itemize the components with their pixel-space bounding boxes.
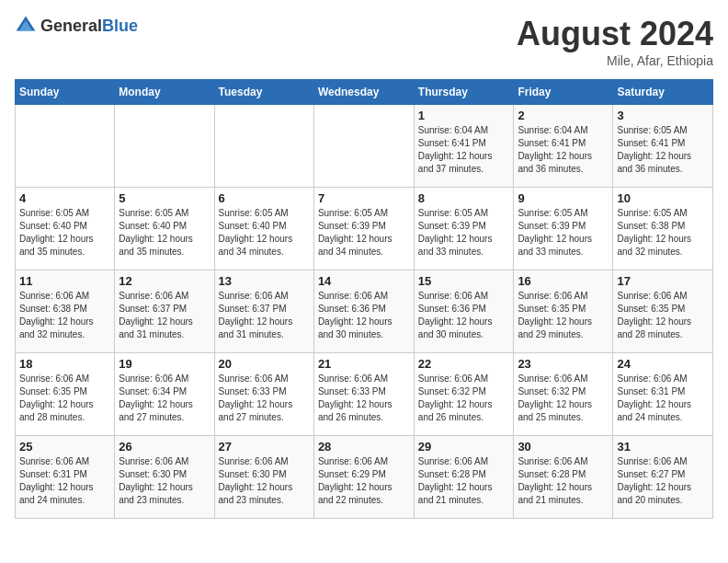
day-info: Sunrise: 6:06 AM Sunset: 6:31 PM Dayligh…: [617, 373, 709, 424]
calendar-cell: 12Sunrise: 6:06 AM Sunset: 6:37 PM Dayli…: [115, 270, 214, 353]
calendar-cell: 28Sunrise: 6:06 AM Sunset: 6:29 PM Dayli…: [313, 436, 414, 519]
day-number: 18: [19, 357, 110, 371]
logo-text-general: General: [40, 17, 102, 35]
calendar-title: August 2024: [517, 15, 713, 53]
calendar-cell: 31Sunrise: 6:06 AM Sunset: 6:27 PM Dayli…: [613, 436, 713, 519]
day-number: 26: [119, 440, 210, 454]
calendar-cell: 8Sunrise: 6:05 AM Sunset: 6:39 PM Daylig…: [414, 188, 514, 270]
day-info: Sunrise: 6:05 AM Sunset: 6:39 PM Dayligh…: [518, 207, 609, 259]
day-number: 17: [617, 274, 709, 288]
calendar-cell: 24Sunrise: 6:06 AM Sunset: 6:31 PM Dayli…: [613, 353, 713, 436]
calendar-week-row: 4Sunrise: 6:05 AM Sunset: 6:40 PM Daylig…: [16, 188, 713, 270]
calendar-cell: 27Sunrise: 6:06 AM Sunset: 6:30 PM Dayli…: [214, 436, 313, 519]
calendar-cell: 9Sunrise: 6:05 AM Sunset: 6:39 PM Daylig…: [514, 188, 613, 270]
day-info: Sunrise: 6:06 AM Sunset: 6:31 PM Dayligh…: [19, 455, 110, 507]
day-number: 11: [19, 274, 110, 288]
day-info: Sunrise: 6:06 AM Sunset: 6:34 PM Dayligh…: [119, 373, 210, 424]
calendar-week-row: 18Sunrise: 6:06 AM Sunset: 6:35 PM Dayli…: [16, 353, 713, 436]
calendar-week-row: 1Sunrise: 6:04 AM Sunset: 6:41 PM Daylig…: [16, 105, 713, 188]
calendar-cell: 25Sunrise: 6:06 AM Sunset: 6:31 PM Dayli…: [16, 436, 115, 519]
day-info: Sunrise: 6:06 AM Sunset: 6:36 PM Dayligh…: [318, 290, 410, 341]
calendar-table: SundayMondayTuesdayWednesdayThursdayFrid…: [15, 79, 713, 519]
calendar-cell: 11Sunrise: 6:06 AM Sunset: 6:38 PM Dayli…: [16, 270, 115, 353]
day-info: Sunrise: 6:06 AM Sunset: 6:33 PM Dayligh…: [318, 373, 410, 424]
calendar-cell: 22Sunrise: 6:06 AM Sunset: 6:32 PM Dayli…: [414, 353, 514, 436]
calendar-cell: 10Sunrise: 6:05 AM Sunset: 6:38 PM Dayli…: [613, 188, 713, 270]
day-info: Sunrise: 6:06 AM Sunset: 6:32 PM Dayligh…: [518, 373, 609, 424]
calendar-cell: 20Sunrise: 6:06 AM Sunset: 6:33 PM Dayli…: [214, 353, 313, 436]
day-number: 16: [518, 274, 609, 288]
calendar-cell: 1Sunrise: 6:04 AM Sunset: 6:41 PM Daylig…: [414, 105, 514, 188]
day-number: 4: [19, 191, 110, 205]
day-info: Sunrise: 6:05 AM Sunset: 6:41 PM Dayligh…: [617, 124, 709, 176]
day-info: Sunrise: 6:06 AM Sunset: 6:28 PM Dayligh…: [518, 455, 609, 507]
day-info: Sunrise: 6:06 AM Sunset: 6:32 PM Dayligh…: [418, 373, 510, 424]
day-number: 3: [617, 109, 709, 122]
day-info: Sunrise: 6:06 AM Sunset: 6:35 PM Dayligh…: [518, 290, 609, 341]
calendar-cell: 14Sunrise: 6:06 AM Sunset: 6:36 PM Dayli…: [313, 270, 414, 353]
day-info: Sunrise: 6:06 AM Sunset: 6:30 PM Dayligh…: [219, 455, 310, 507]
day-number: 21: [318, 357, 410, 371]
weekday-header-tuesday: Tuesday: [214, 80, 313, 105]
calendar-cell: 30Sunrise: 6:06 AM Sunset: 6:28 PM Dayli…: [514, 436, 613, 519]
day-number: 31: [617, 440, 709, 454]
day-number: 9: [518, 191, 609, 205]
weekday-header-row: SundayMondayTuesdayWednesdayThursdayFrid…: [16, 80, 713, 105]
day-info: Sunrise: 6:06 AM Sunset: 6:35 PM Dayligh…: [617, 290, 709, 341]
calendar-cell: 15Sunrise: 6:06 AM Sunset: 6:36 PM Dayli…: [414, 270, 514, 353]
day-info: Sunrise: 6:06 AM Sunset: 6:33 PM Dayligh…: [219, 373, 310, 424]
calendar-cell: 13Sunrise: 6:06 AM Sunset: 6:37 PM Dayli…: [214, 270, 313, 353]
day-number: 7: [318, 191, 410, 205]
page-header: GeneralBlue August 2024 Mile, Afar, Ethi…: [15, 15, 713, 68]
calendar-cell: 18Sunrise: 6:06 AM Sunset: 6:35 PM Dayli…: [16, 353, 115, 436]
day-info: Sunrise: 6:06 AM Sunset: 6:38 PM Dayligh…: [19, 290, 110, 341]
weekday-header-monday: Monday: [115, 80, 214, 105]
day-number: 19: [119, 357, 210, 371]
day-info: Sunrise: 6:06 AM Sunset: 6:37 PM Dayligh…: [119, 290, 210, 341]
day-info: Sunrise: 6:05 AM Sunset: 6:38 PM Dayligh…: [617, 207, 709, 259]
day-number: 2: [518, 109, 609, 122]
day-info: Sunrise: 6:06 AM Sunset: 6:30 PM Dayligh…: [119, 455, 210, 507]
logo: GeneralBlue: [15, 15, 138, 37]
day-info: Sunrise: 6:05 AM Sunset: 6:40 PM Dayligh…: [119, 207, 210, 259]
day-number: 12: [119, 274, 210, 288]
calendar-location: Mile, Afar, Ethiopia: [517, 53, 713, 68]
calendar-cell: 19Sunrise: 6:06 AM Sunset: 6:34 PM Dayli…: [115, 353, 214, 436]
day-number: 8: [418, 191, 510, 205]
title-block: August 2024 Mile, Afar, Ethiopia: [517, 15, 713, 68]
calendar-cell: 3Sunrise: 6:05 AM Sunset: 6:41 PM Daylig…: [613, 105, 713, 188]
day-number: 10: [617, 191, 709, 205]
day-info: Sunrise: 6:06 AM Sunset: 6:27 PM Dayligh…: [617, 455, 709, 507]
day-number: 25: [19, 440, 110, 454]
calendar-cell: 21Sunrise: 6:06 AM Sunset: 6:33 PM Dayli…: [313, 353, 414, 436]
day-number: 5: [119, 191, 210, 205]
calendar-cell: 26Sunrise: 6:06 AM Sunset: 6:30 PM Dayli…: [115, 436, 214, 519]
calendar-cell: [16, 105, 115, 188]
day-info: Sunrise: 6:06 AM Sunset: 6:28 PM Dayligh…: [418, 455, 510, 507]
weekday-header-saturday: Saturday: [613, 80, 713, 105]
calendar-cell: [313, 105, 414, 188]
calendar-cell: [115, 105, 214, 188]
day-number: 28: [318, 440, 410, 454]
calendar-body: 1Sunrise: 6:04 AM Sunset: 6:41 PM Daylig…: [16, 105, 713, 519]
day-info: Sunrise: 6:05 AM Sunset: 6:40 PM Dayligh…: [19, 207, 110, 259]
calendar-cell: 6Sunrise: 6:05 AM Sunset: 6:40 PM Daylig…: [214, 188, 313, 270]
day-number: 15: [418, 274, 510, 288]
day-info: Sunrise: 6:06 AM Sunset: 6:35 PM Dayligh…: [19, 373, 110, 424]
day-info: Sunrise: 6:06 AM Sunset: 6:37 PM Dayligh…: [219, 290, 310, 341]
day-info: Sunrise: 6:06 AM Sunset: 6:36 PM Dayligh…: [418, 290, 510, 341]
day-number: 14: [318, 274, 410, 288]
day-info: Sunrise: 6:05 AM Sunset: 6:40 PM Dayligh…: [219, 207, 310, 259]
logo-icon: [15, 15, 37, 37]
logo-text-blue: Blue: [102, 17, 138, 35]
calendar-cell: 7Sunrise: 6:05 AM Sunset: 6:39 PM Daylig…: [313, 188, 414, 270]
calendar-week-row: 11Sunrise: 6:06 AM Sunset: 6:38 PM Dayli…: [16, 270, 713, 353]
calendar-cell: 23Sunrise: 6:06 AM Sunset: 6:32 PM Dayli…: [514, 353, 613, 436]
day-info: Sunrise: 6:05 AM Sunset: 6:39 PM Dayligh…: [318, 207, 410, 259]
calendar-cell: 5Sunrise: 6:05 AM Sunset: 6:40 PM Daylig…: [115, 188, 214, 270]
weekday-header-friday: Friday: [514, 80, 613, 105]
calendar-cell: 29Sunrise: 6:06 AM Sunset: 6:28 PM Dayli…: [414, 436, 514, 519]
calendar-header: SundayMondayTuesdayWednesdayThursdayFrid…: [16, 80, 713, 105]
day-info: Sunrise: 6:04 AM Sunset: 6:41 PM Dayligh…: [418, 124, 510, 176]
day-number: 30: [518, 440, 609, 454]
